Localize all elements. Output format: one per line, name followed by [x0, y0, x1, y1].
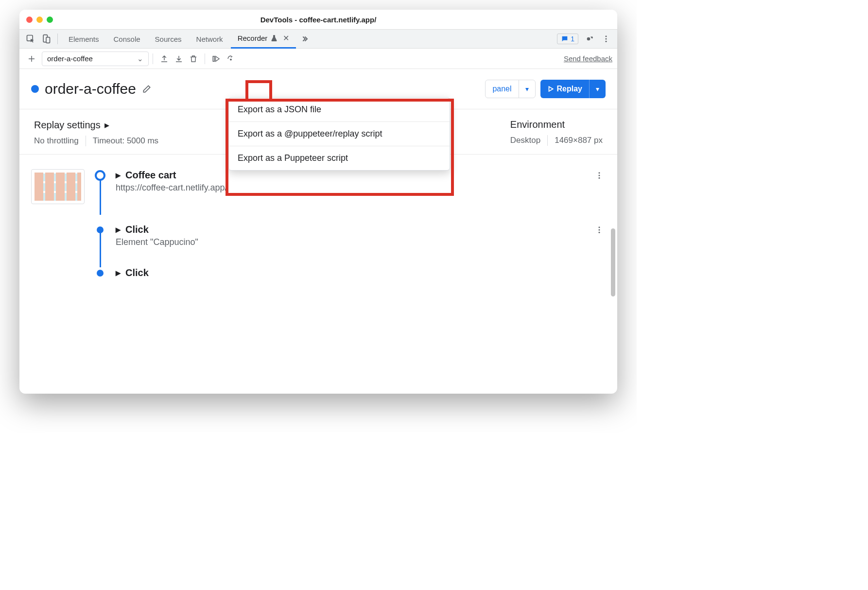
svg-point-5 [606, 41, 607, 42]
chevron-down-icon: ⌄ [137, 54, 143, 63]
tab-console[interactable]: Console [107, 29, 147, 49]
step-row: ▸ Click [31, 267, 606, 278]
devtools-window: DevTools - coffee-cart.netlify.app/ Elem… [19, 10, 617, 394]
caret-right-icon: ▸ [116, 169, 121, 181]
step-expand-toggle[interactable]: ▸ Click [116, 224, 583, 235]
step-button[interactable] [224, 52, 238, 66]
svg-point-4 [606, 38, 607, 40]
timeline-dot-icon [97, 226, 104, 233]
send-feedback-link[interactable]: Send feedback [564, 54, 612, 63]
panel-tabstrip: Elements Console Sources Network Recorde… [19, 29, 617, 49]
recording-name: order-a-coffee [45, 81, 136, 97]
svg-rect-6 [213, 56, 214, 61]
environment-title: Environment [510, 119, 603, 130]
window-title: DevTools - coffee-cart.netlify.app/ [19, 16, 617, 24]
export-puppeteer-item[interactable]: Export as a Puppeteer script [229, 146, 450, 170]
export-puppeteer-replay-item[interactable]: Export as a @puppeteer/replay script [229, 122, 450, 146]
svg-point-3 [606, 35, 607, 37]
svg-rect-2 [46, 37, 50, 43]
caret-right-icon: ▸ [104, 119, 109, 131]
step-thumbnail[interactable] [31, 169, 85, 204]
more-tabs-icon[interactable] [297, 32, 312, 46]
export-menu: Export as a JSON file Export as a @puppe… [228, 97, 450, 171]
step-expand-toggle[interactable]: ▸ Click [116, 267, 606, 278]
settings-gear-icon[interactable] [581, 32, 596, 46]
separator [86, 136, 86, 146]
step-subtitle: https://coffee-cart.netlify.app/ [116, 183, 583, 193]
more-options-icon[interactable] [599, 32, 613, 46]
tab-network[interactable]: Network [190, 29, 230, 49]
replay-button[interactable]: Replay ▾ [540, 80, 606, 98]
issues-badge[interactable]: 1 [557, 34, 578, 44]
import-button[interactable] [157, 52, 172, 66]
step-menu-icon[interactable] [593, 224, 606, 236]
steps-list: ▸ Coffee cart https://coffee-cart.netlif… [19, 155, 617, 394]
tab-sources[interactable]: Sources [148, 29, 189, 49]
step-menu-icon[interactable] [593, 169, 606, 182]
edit-name-icon[interactable] [142, 84, 152, 94]
svg-point-12 [599, 229, 600, 231]
scrollbar[interactable] [611, 228, 615, 296]
replay-settings-toggle[interactable]: Replay settings ▸ [34, 119, 158, 131]
recording-selector[interactable]: order-a-coffee ⌄ [42, 52, 149, 66]
delete-button[interactable] [186, 52, 201, 66]
viewport-value: 1469×887 px [555, 136, 603, 145]
svg-point-8 [599, 172, 600, 174]
step-row: ▸ Click Element "Cappucino" [31, 224, 606, 247]
close-tab-icon[interactable]: ✕ [283, 34, 289, 43]
svg-point-10 [599, 177, 600, 179]
step-subtitle: Element "Cappucino" [116, 237, 583, 247]
tab-recorder[interactable]: Recorder ✕ [231, 29, 296, 49]
timeline-dot-icon [95, 170, 105, 181]
svg-point-11 [599, 226, 600, 228]
step-row: ▸ Coffee cart https://coffee-cart.netlif… [31, 169, 606, 204]
caret-right-icon: ▸ [116, 224, 121, 235]
svg-point-13 [599, 232, 600, 233]
separator [547, 135, 548, 146]
play-slow-button[interactable] [209, 52, 224, 66]
svg-point-9 [599, 175, 600, 176]
titlebar: DevTools - coffee-cart.netlify.app/ [19, 10, 617, 29]
separator [153, 53, 153, 64]
performance-panel-button[interactable]: panel ▾ [485, 80, 535, 98]
device-value: Desktop [510, 136, 540, 145]
export-button[interactable] [172, 52, 186, 66]
recorder-toolbar: order-a-coffee ⌄ Send feedback [19, 49, 617, 69]
device-toolbar-icon[interactable] [39, 32, 53, 46]
separator [205, 53, 205, 64]
inspect-element-icon[interactable] [23, 32, 38, 46]
separator [57, 34, 58, 44]
experiment-flask-icon [270, 35, 278, 42]
replay-dropdown-icon[interactable]: ▾ [589, 80, 606, 98]
annotation-highlight [245, 80, 272, 102]
caret-right-icon: ▸ [116, 267, 121, 278]
panel-dropdown-icon[interactable]: ▾ [519, 80, 535, 98]
throttling-value: No throttling [34, 136, 79, 146]
timeout-value: Timeout: 5000 ms [93, 136, 158, 146]
step-expand-toggle[interactable]: ▸ Coffee cart [116, 169, 583, 181]
tab-elements[interactable]: Elements [62, 29, 106, 49]
recording-indicator-icon [31, 85, 39, 93]
new-recording-button[interactable] [24, 52, 39, 66]
svg-point-7 [230, 59, 231, 60]
timeline-dot-icon [97, 270, 104, 277]
